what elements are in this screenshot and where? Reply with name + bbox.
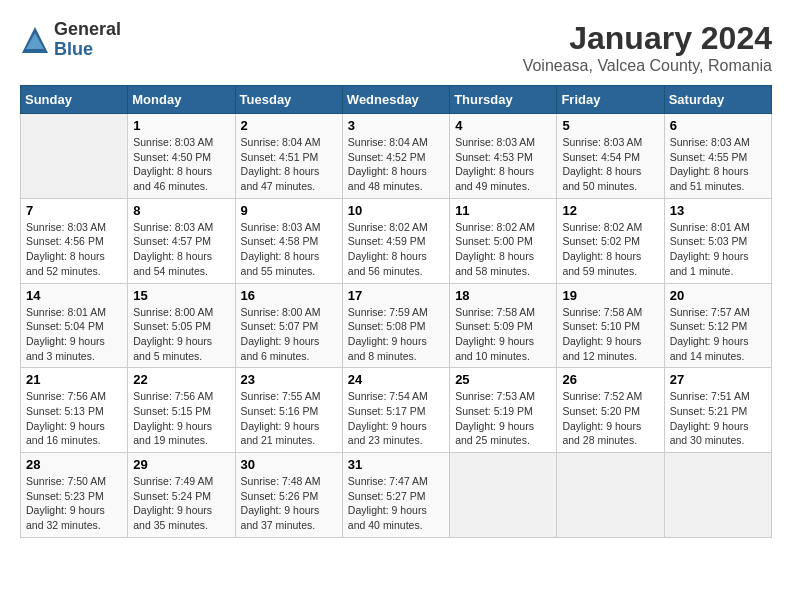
day-info: Sunrise: 8:02 AMSunset: 5:00 PMDaylight:… [455, 221, 535, 277]
logo: General Blue [20, 20, 121, 60]
calendar-cell [664, 453, 771, 538]
day-info: Sunrise: 8:03 AMSunset: 4:54 PMDaylight:… [562, 136, 642, 192]
day-number: 8 [133, 203, 229, 218]
calendar-cell: 15 Sunrise: 8:00 AMSunset: 5:05 PMDaylig… [128, 283, 235, 368]
weekday-header-saturday: Saturday [664, 86, 771, 114]
day-info: Sunrise: 8:00 AMSunset: 5:07 PMDaylight:… [241, 306, 321, 362]
day-info: Sunrise: 8:02 AMSunset: 5:02 PMDaylight:… [562, 221, 642, 277]
calendar-cell: 14 Sunrise: 8:01 AMSunset: 5:04 PMDaylig… [21, 283, 128, 368]
title-block: January 2024 Voineasa, Valcea County, Ro… [523, 20, 772, 75]
logo-icon [20, 25, 50, 55]
calendar-cell: 8 Sunrise: 8:03 AMSunset: 4:57 PMDayligh… [128, 198, 235, 283]
day-info: Sunrise: 8:03 AMSunset: 4:53 PMDaylight:… [455, 136, 535, 192]
main-title: January 2024 [523, 20, 772, 57]
calendar-cell: 24 Sunrise: 7:54 AMSunset: 5:17 PMDaylig… [342, 368, 449, 453]
day-info: Sunrise: 7:59 AMSunset: 5:08 PMDaylight:… [348, 306, 428, 362]
calendar-table: SundayMondayTuesdayWednesdayThursdayFrid… [20, 85, 772, 538]
day-info: Sunrise: 8:00 AMSunset: 5:05 PMDaylight:… [133, 306, 213, 362]
day-info: Sunrise: 8:03 AMSunset: 4:55 PMDaylight:… [670, 136, 750, 192]
day-info: Sunrise: 8:04 AMSunset: 4:51 PMDaylight:… [241, 136, 321, 192]
weekday-header-friday: Friday [557, 86, 664, 114]
day-number: 26 [562, 372, 658, 387]
calendar-cell: 30 Sunrise: 7:48 AMSunset: 5:26 PMDaylig… [235, 453, 342, 538]
day-number: 27 [670, 372, 766, 387]
day-info: Sunrise: 8:03 AMSunset: 4:58 PMDaylight:… [241, 221, 321, 277]
day-number: 3 [348, 118, 444, 133]
day-info: Sunrise: 8:02 AMSunset: 4:59 PMDaylight:… [348, 221, 428, 277]
calendar-cell: 5 Sunrise: 8:03 AMSunset: 4:54 PMDayligh… [557, 114, 664, 199]
calendar-cell: 25 Sunrise: 7:53 AMSunset: 5:19 PMDaylig… [450, 368, 557, 453]
calendar-cell: 6 Sunrise: 8:03 AMSunset: 4:55 PMDayligh… [664, 114, 771, 199]
day-info: Sunrise: 7:49 AMSunset: 5:24 PMDaylight:… [133, 475, 213, 531]
calendar-cell: 18 Sunrise: 7:58 AMSunset: 5:09 PMDaylig… [450, 283, 557, 368]
day-info: Sunrise: 7:50 AMSunset: 5:23 PMDaylight:… [26, 475, 106, 531]
day-number: 12 [562, 203, 658, 218]
weekday-header-thursday: Thursday [450, 86, 557, 114]
day-number: 14 [26, 288, 122, 303]
calendar-week-1: 1 Sunrise: 8:03 AMSunset: 4:50 PMDayligh… [21, 114, 772, 199]
calendar-week-4: 21 Sunrise: 7:56 AMSunset: 5:13 PMDaylig… [21, 368, 772, 453]
day-info: Sunrise: 8:01 AMSunset: 5:03 PMDaylight:… [670, 221, 750, 277]
day-info: Sunrise: 8:03 AMSunset: 4:50 PMDaylight:… [133, 136, 213, 192]
weekday-header-wednesday: Wednesday [342, 86, 449, 114]
day-number: 18 [455, 288, 551, 303]
calendar-cell: 7 Sunrise: 8:03 AMSunset: 4:56 PMDayligh… [21, 198, 128, 283]
day-number: 5 [562, 118, 658, 133]
calendar-cell: 19 Sunrise: 7:58 AMSunset: 5:10 PMDaylig… [557, 283, 664, 368]
day-info: Sunrise: 7:56 AMSunset: 5:15 PMDaylight:… [133, 390, 213, 446]
day-info: Sunrise: 7:52 AMSunset: 5:20 PMDaylight:… [562, 390, 642, 446]
day-number: 9 [241, 203, 337, 218]
calendar-week-2: 7 Sunrise: 8:03 AMSunset: 4:56 PMDayligh… [21, 198, 772, 283]
day-info: Sunrise: 8:03 AMSunset: 4:57 PMDaylight:… [133, 221, 213, 277]
day-info: Sunrise: 7:47 AMSunset: 5:27 PMDaylight:… [348, 475, 428, 531]
day-number: 17 [348, 288, 444, 303]
day-info: Sunrise: 7:53 AMSunset: 5:19 PMDaylight:… [455, 390, 535, 446]
day-number: 4 [455, 118, 551, 133]
calendar-cell: 21 Sunrise: 7:56 AMSunset: 5:13 PMDaylig… [21, 368, 128, 453]
calendar-cell [450, 453, 557, 538]
calendar-cell: 12 Sunrise: 8:02 AMSunset: 5:02 PMDaylig… [557, 198, 664, 283]
logo-text: General Blue [54, 20, 121, 60]
day-number: 13 [670, 203, 766, 218]
calendar-cell: 17 Sunrise: 7:59 AMSunset: 5:08 PMDaylig… [342, 283, 449, 368]
day-number: 6 [670, 118, 766, 133]
logo-blue: Blue [54, 40, 121, 60]
calendar-cell [21, 114, 128, 199]
calendar-cell: 3 Sunrise: 8:04 AMSunset: 4:52 PMDayligh… [342, 114, 449, 199]
day-info: Sunrise: 8:03 AMSunset: 4:56 PMDaylight:… [26, 221, 106, 277]
day-number: 7 [26, 203, 122, 218]
day-info: Sunrise: 7:51 AMSunset: 5:21 PMDaylight:… [670, 390, 750, 446]
calendar-week-5: 28 Sunrise: 7:50 AMSunset: 5:23 PMDaylig… [21, 453, 772, 538]
calendar-cell: 23 Sunrise: 7:55 AMSunset: 5:16 PMDaylig… [235, 368, 342, 453]
day-info: Sunrise: 8:04 AMSunset: 4:52 PMDaylight:… [348, 136, 428, 192]
day-number: 10 [348, 203, 444, 218]
calendar-cell: 9 Sunrise: 8:03 AMSunset: 4:58 PMDayligh… [235, 198, 342, 283]
day-number: 11 [455, 203, 551, 218]
day-number: 20 [670, 288, 766, 303]
calendar-cell: 20 Sunrise: 7:57 AMSunset: 5:12 PMDaylig… [664, 283, 771, 368]
calendar-cell: 10 Sunrise: 8:02 AMSunset: 4:59 PMDaylig… [342, 198, 449, 283]
calendar-cell: 26 Sunrise: 7:52 AMSunset: 5:20 PMDaylig… [557, 368, 664, 453]
calendar-cell: 29 Sunrise: 7:49 AMSunset: 5:24 PMDaylig… [128, 453, 235, 538]
calendar-cell: 11 Sunrise: 8:02 AMSunset: 5:00 PMDaylig… [450, 198, 557, 283]
day-info: Sunrise: 7:56 AMSunset: 5:13 PMDaylight:… [26, 390, 106, 446]
calendar-cell: 27 Sunrise: 7:51 AMSunset: 5:21 PMDaylig… [664, 368, 771, 453]
weekday-header-row: SundayMondayTuesdayWednesdayThursdayFrid… [21, 86, 772, 114]
subtitle: Voineasa, Valcea County, Romania [523, 57, 772, 75]
day-number: 28 [26, 457, 122, 472]
calendar-cell: 22 Sunrise: 7:56 AMSunset: 5:15 PMDaylig… [128, 368, 235, 453]
calendar-week-3: 14 Sunrise: 8:01 AMSunset: 5:04 PMDaylig… [21, 283, 772, 368]
day-number: 22 [133, 372, 229, 387]
day-number: 21 [26, 372, 122, 387]
day-info: Sunrise: 7:54 AMSunset: 5:17 PMDaylight:… [348, 390, 428, 446]
weekday-header-monday: Monday [128, 86, 235, 114]
day-info: Sunrise: 7:58 AMSunset: 5:10 PMDaylight:… [562, 306, 642, 362]
day-number: 30 [241, 457, 337, 472]
weekday-header-sunday: Sunday [21, 86, 128, 114]
day-number: 15 [133, 288, 229, 303]
calendar-cell: 1 Sunrise: 8:03 AMSunset: 4:50 PMDayligh… [128, 114, 235, 199]
day-number: 2 [241, 118, 337, 133]
day-number: 23 [241, 372, 337, 387]
day-info: Sunrise: 7:55 AMSunset: 5:16 PMDaylight:… [241, 390, 321, 446]
day-number: 24 [348, 372, 444, 387]
